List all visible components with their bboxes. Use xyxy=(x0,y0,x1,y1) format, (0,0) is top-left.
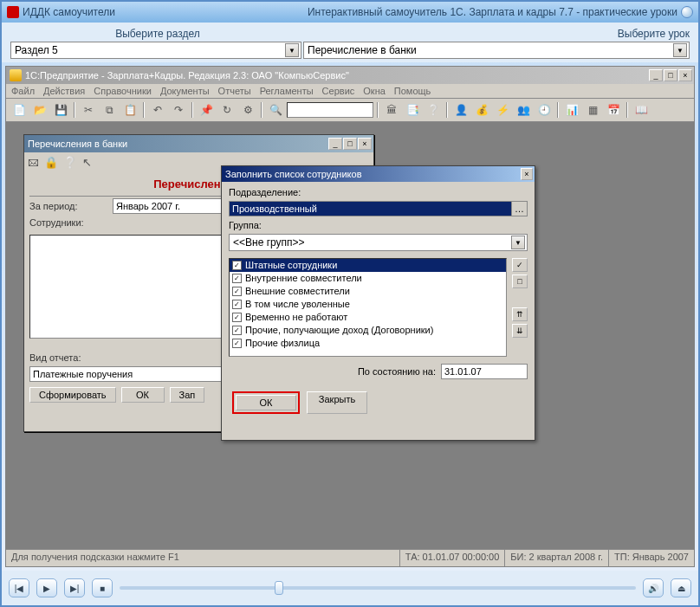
pushpin-icon[interactable]: 📌 xyxy=(197,101,216,119)
play-button[interactable]: ▶ xyxy=(36,578,57,597)
search-icon[interactable]: 🔍 xyxy=(266,101,285,119)
volume-button[interactable]: 🔊 xyxy=(643,578,664,597)
menu-bar: Файл Действия Справочники Документы Отче… xyxy=(6,84,694,98)
date-input[interactable]: 31.01.07 xyxy=(441,364,528,379)
transfer-titlebar[interactable]: Перечисления в банки _ □ × xyxy=(24,135,373,152)
save-icon[interactable]: 💾 xyxy=(51,101,70,119)
table-icon[interactable]: ▦ xyxy=(583,101,602,119)
section-dropdown[interactable]: Раздел 5 ▼ xyxy=(10,42,301,59)
menu-item[interactable]: Окна xyxy=(363,86,386,96)
exit-button[interactable]: ⏏ xyxy=(671,578,691,597)
chevron-down-icon[interactable]: ▼ xyxy=(285,43,299,57)
undo-icon[interactable]: ↶ xyxy=(148,101,167,119)
uncheck-all-button[interactable]: ⇊ xyxy=(512,324,528,338)
subdivision-input[interactable]: Производственный … xyxy=(229,201,528,216)
cursor-icon[interactable]: ↖ xyxy=(82,156,92,169)
employee-types-list[interactable]: ✓Штатные сотрудники ✓Внутренние совмести… xyxy=(229,258,507,357)
cut-icon[interactable]: ✂ xyxy=(79,101,98,119)
list-item[interactable]: ✓Внутренние совместители xyxy=(230,272,506,285)
org-icon[interactable]: 👥 xyxy=(514,101,533,119)
list-item[interactable]: ✓Прочие, получающие доход (Договорники) xyxy=(230,324,506,337)
period-value: Январь 2007 г. xyxy=(116,201,180,211)
close-button[interactable]: × xyxy=(678,69,692,81)
app-subtitle: Интерактивный самоучитель 1С. Зарплата и… xyxy=(308,6,677,18)
menu-item[interactable]: Действия xyxy=(43,86,85,96)
date-label: По состоянию на: xyxy=(358,366,436,377)
ok-button[interactable]: ОК xyxy=(236,395,296,410)
lock-icon[interactable]: 🔒 xyxy=(44,156,58,169)
menu-item[interactable]: Документы xyxy=(160,86,210,96)
redo-icon[interactable]: ↷ xyxy=(169,101,188,119)
help-icon[interactable]: ❔ xyxy=(424,101,443,119)
money-icon[interactable]: 💰 xyxy=(472,101,491,119)
subdivision-value: Производственный xyxy=(230,202,511,216)
close-button[interactable]: × xyxy=(358,138,372,150)
lesson-dropdown[interactable]: Перечисление в банки ▼ xyxy=(303,42,690,59)
group-dropdown[interactable]: <<Вне групп>> ▼ xyxy=(229,234,528,251)
progress-slider[interactable] xyxy=(120,586,636,590)
chevron-down-icon[interactable]: ▼ xyxy=(673,43,687,57)
help-icon[interactable]: ❔ xyxy=(63,156,77,169)
menu-item[interactable]: Отчеты xyxy=(218,86,251,96)
check-button[interactable]: ✓ xyxy=(512,258,528,272)
minimize-button[interactable]: _ xyxy=(328,138,342,150)
help-icon[interactable] xyxy=(681,6,693,18)
fill-button[interactable]: Зап xyxy=(170,387,205,403)
open-icon[interactable]: 📂 xyxy=(30,101,49,119)
menu-item[interactable]: Файл xyxy=(11,86,35,96)
section-value: Раздел 5 xyxy=(15,44,58,56)
maximize-button[interactable]: □ xyxy=(664,69,677,81)
list-item[interactable]: ✓В том числе уволенные xyxy=(230,298,506,311)
uncheck-button[interactable]: □ xyxy=(512,274,528,288)
person-icon[interactable]: 👤 xyxy=(451,101,470,119)
menu-item[interactable]: Сервис xyxy=(322,86,355,96)
report-icon[interactable]: 📊 xyxy=(562,101,581,119)
employees-label: Сотрудники: xyxy=(29,217,107,228)
onec-title: 1С:Предприятие - Зарплата+Кадры. Редакци… xyxy=(25,70,349,81)
check-all-button[interactable]: ⇈ xyxy=(512,307,528,321)
list-item[interactable]: ✓Штатные сотрудники xyxy=(230,259,506,272)
app-icon xyxy=(7,6,19,18)
new-icon[interactable]: 📄 xyxy=(10,101,29,119)
list-item[interactable]: ✓Прочие физлица xyxy=(230,337,506,350)
tool-icon[interactable]: 📑 xyxy=(403,101,422,119)
stop-button[interactable]: ■ xyxy=(92,578,113,597)
menu-item[interactable]: Справочники xyxy=(94,86,152,96)
maximize-button[interactable]: □ xyxy=(343,138,357,150)
prev-button[interactable]: |◀ xyxy=(9,578,29,597)
form-button[interactable]: Сформировать xyxy=(29,387,116,403)
status-ta: ТА: 01.01.07 00:00:00 xyxy=(400,550,506,566)
selector-labels: Выберите раздел Выберите урок xyxy=(2,23,698,42)
paste-icon[interactable]: 📋 xyxy=(120,101,139,119)
list-item[interactable]: ✓Внешние совместители xyxy=(230,285,506,298)
slider-thumb[interactable] xyxy=(275,581,283,595)
close-icon[interactable]: × xyxy=(521,168,533,180)
status-bar: Для получения подсказки нажмите F1 ТА: 0… xyxy=(6,549,694,566)
toolbar: 📄 📂 💾 ✂ ⧉ 📋 ↶ ↷ 📌 ↻ ⚙ 🔍 🏛 📑 ❔ 👤 💰 ⚡ xyxy=(6,98,694,122)
clock-icon[interactable]: 🕘 xyxy=(535,101,554,119)
cog-icon[interactable]: ⚡ xyxy=(493,101,512,119)
book-icon[interactable]: 📖 xyxy=(632,101,651,119)
calendar-icon[interactable]: 📅 xyxy=(604,101,623,119)
close-button[interactable]: Закрыть xyxy=(307,391,367,414)
tool-icon[interactable]: 🏛 xyxy=(382,101,401,119)
chevron-down-icon[interactable]: ▼ xyxy=(511,236,525,249)
menu-item[interactable]: Регламенты xyxy=(260,86,314,96)
list-item[interactable]: ✓Временно не работают xyxy=(230,311,506,324)
search-input[interactable] xyxy=(287,102,373,118)
copy-icon[interactable]: ⧉ xyxy=(100,101,119,119)
refresh-icon[interactable]: ↻ xyxy=(217,101,237,119)
dialog-title: Заполнить список сотрудников xyxy=(225,169,361,179)
dialog-titlebar[interactable]: Заполнить список сотрудников × xyxy=(222,166,535,182)
ok-button[interactable]: ОК xyxy=(121,387,165,403)
status-tp: ТП: Январь 2007 xyxy=(609,550,694,566)
tool-icon[interactable]: ⚙ xyxy=(238,101,257,119)
next-button[interactable]: ▶| xyxy=(64,578,85,597)
group-label: Группа: xyxy=(229,220,528,230)
ellipsis-button[interactable]: … xyxy=(511,202,527,216)
print-icon[interactable]: 🖂 xyxy=(28,156,39,169)
subdivision-label: Подразделение: xyxy=(229,187,528,197)
period-input[interactable]: Январь 2007 г. xyxy=(113,198,225,214)
minimize-button[interactable]: _ xyxy=(649,69,663,81)
menu-item[interactable]: Помощь xyxy=(394,86,431,96)
